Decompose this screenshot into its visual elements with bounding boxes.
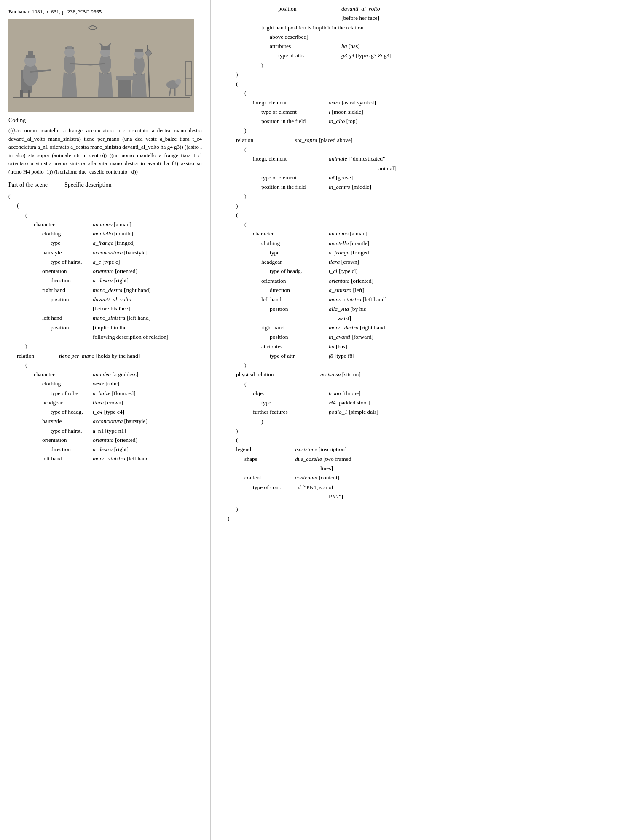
rp-value-left-hand-uomo2: mano_sinistra [left hand] (329, 295, 386, 304)
tree-row-hairstyle: hairstyle acconciatura [hairstyle] (8, 248, 202, 257)
rp-label-position-field-astro: position in the field (261, 117, 329, 126)
value-type-hairst-goddess: a_n1 [type n1] (93, 426, 126, 436)
tree-row-orientation-goddess: orientation orientato [oriented] (8, 436, 202, 445)
svg-point-32 (175, 79, 181, 85)
rp-open-3: ( (236, 79, 625, 88)
value-right-hand: mano_destra [right hand] (93, 286, 151, 295)
rp-value-position-field-astro: in_alto [top] (329, 117, 357, 126)
rp-row-type-attr-uomo2: type of attr. f8 [type f8] (236, 351, 625, 361)
rp-value-further-features: podio_1 [simple dais] (329, 407, 378, 417)
label-hairstyle-goddess: hairstyle (42, 417, 93, 426)
tree-row-position-rh2: [before his face] (8, 304, 202, 313)
value-type-headg: t_c4 [type c4] (93, 407, 124, 417)
rp-value-legend: iscrizione [inscription] (295, 445, 347, 454)
left-tree: ( ( ( character un uomo [a man] clothing… (8, 192, 202, 464)
tree-row-orientation: orientation orientato [oriented] (8, 267, 202, 276)
rp-open-uomo2-inner: ( (236, 220, 625, 229)
section-desc-label: Specific description (64, 182, 112, 188)
label-relation: relation (17, 351, 59, 361)
rp-value-position: davanti_al_volto (341, 4, 380, 13)
label-left-hand: left hand (42, 313, 93, 323)
label-position-lh: position (51, 323, 93, 332)
rp-label-legend: legend (236, 445, 295, 454)
value-clothing-goddess: veste [robe] (93, 379, 119, 388)
rp-open-4: ( (236, 88, 625, 98)
svg-rect-26 (135, 49, 143, 52)
rp-row-right-hand-uomo2: right hand mano_destra [right hand] (236, 323, 625, 332)
rp-label-position-rh-uomo2: position (270, 332, 329, 342)
rp-label-type-headg-uomo2: type of headg. (270, 267, 329, 276)
rp-row-character-uomo2: character un uomo [a man] (236, 229, 625, 238)
seal-artwork (8, 19, 194, 112)
rp-row-integr-astro: integr. element astro [astral symbol] (236, 98, 625, 107)
rp-value-type-attr: g3 g4 [types g3 & g4] (341, 51, 392, 60)
left-inner-open: ( (8, 201, 202, 210)
rp-label-direction-uomo2: direction (270, 286, 329, 295)
rp-value-type-headg-uomo2: t_cl [type cl] (329, 267, 358, 276)
rp-row-type-cont: type of cont. _d ["PN1, son of (236, 483, 625, 492)
value-type-clothing: a_frange [fringed] (93, 238, 135, 248)
label-clothing: clothing (42, 229, 93, 238)
svg-rect-3 (20, 90, 23, 98)
reference: Buchanan 1981, n. 631, p. 238, YBC 9665 (8, 8, 202, 15)
label-direction: direction (51, 276, 93, 285)
tree-row-headgear: headgear tiara [crown] (8, 398, 202, 407)
rp-label-type-cont: type of cont. (253, 483, 295, 492)
tree-row-position-rh: position davanti_al_volto (8, 295, 202, 304)
rp-row-type-uomo2: type a_frange [fringed] (236, 248, 625, 257)
left-inner2-open: ( (8, 211, 202, 220)
seal-image (8, 19, 194, 112)
rp-row-physical-relation: physical relation assiso su [sits on] (236, 370, 625, 379)
left-inner2-close: ) (8, 342, 202, 351)
value-left-hand: mano_sinistra [left hand] (93, 313, 150, 323)
rp-row-type-headg-uomo2: type of headg. t_cl [type cl] (236, 267, 625, 276)
rp-label-object: object (253, 389, 329, 398)
rp-row-content: content contenuto [content] (236, 473, 625, 482)
svg-rect-8 (28, 51, 33, 56)
value-position-rh: davanti_al_volto (93, 295, 131, 304)
label-character-goddess: character (34, 370, 93, 379)
value-clothing: mantello [mantle] (93, 229, 133, 238)
rp-label-right-hand-uomo2: right hand (261, 323, 329, 332)
rp-close-left-paren: ) (228, 514, 230, 523)
rp-row-clothing-uomo2: clothing mantello [mantle] (236, 239, 625, 248)
rp-row-left-hand-uomo2: left hand mano_sinistra [left hand] (236, 295, 625, 304)
rp-close-throne-inner: ) (236, 417, 625, 426)
rp-value-integr-animale: animale ["domesticated" animal] (329, 154, 396, 173)
label-headgear: headgear (42, 398, 93, 407)
rp-value-type-element-astro: l [moon sickle] (329, 107, 363, 117)
rp-label-position-field-animale: position in the field (261, 182, 329, 192)
tree-row-position-lh: position [implicit in the (8, 323, 202, 332)
label-type-headg: type of headg. (51, 407, 93, 417)
rp-row-headgear-uomo2: headgear tiara [crown] (236, 257, 625, 267)
tree-row-relation: relation tiene per_mano [holds by the ha… (8, 351, 202, 361)
rp-value-type-uomo2: a_frange [fringed] (329, 248, 371, 257)
label-type-hairst-goddess: type of hairst. (51, 426, 93, 436)
rp-label-relation-sopra: relation (236, 136, 295, 145)
coding-label: Coding (8, 117, 202, 124)
rp-label-type-attr: type of attr. (278, 51, 341, 60)
value-character: un uomo [a man] (93, 220, 131, 229)
rp-value-type-element-animale: u6 [goose] (329, 173, 353, 182)
rp-value-shape: due_caselle [two framed (295, 455, 351, 464)
value-orientation-goddess: orientato [oriented] (93, 436, 137, 445)
rp-row-position-field-animale: position in the field in_centro [middle] (236, 182, 625, 192)
rp-close-astro: ) (236, 126, 625, 135)
rp-waist-cont: waist] (236, 314, 625, 323)
tree-row-type-clothing: type a_frange [fringed] (8, 238, 202, 248)
section-part-label: Part of the scene (8, 182, 48, 188)
rp-shape-cont: lines] (236, 464, 625, 473)
tree-row-direction: direction a_destra [right] (8, 276, 202, 285)
value-direction-goddess: a_destra [right] (93, 445, 129, 454)
rp-value-position-field-animale: in_centro [middle] (329, 182, 371, 192)
value-left-hand-goddess: mano_sinistra [left hand] (93, 454, 150, 463)
right-panel: position davanti_al_volto [before her fa… (211, 0, 633, 840)
tree-row-type-headg: type of headg. t_c4 [type c4] (8, 407, 202, 417)
rp-label-position: position (278, 4, 341, 13)
rp-row-position-field-astro: position in the field in_alto [top] (236, 117, 625, 126)
svg-rect-14 (67, 46, 72, 49)
rp-label-position-lh-uomo2: position (270, 305, 329, 314)
label-clothing-goddess: clothing (42, 379, 93, 388)
svg-rect-35 (118, 78, 131, 97)
rp-label-type-uomo2: type (270, 248, 329, 257)
